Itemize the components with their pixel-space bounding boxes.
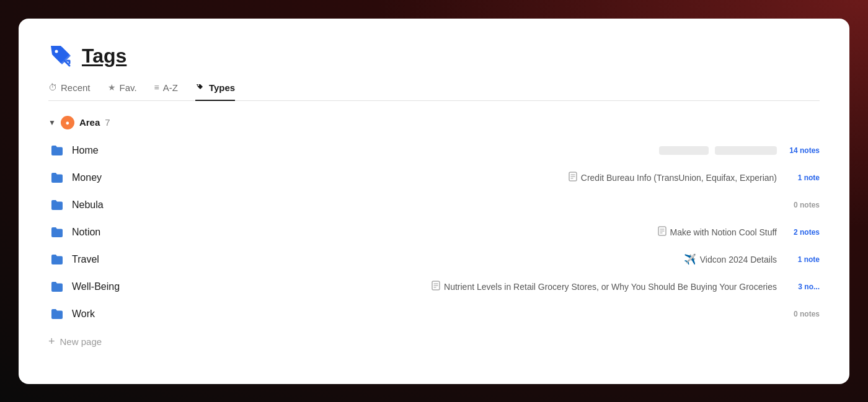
folder-icon [48, 305, 66, 323]
folder-icon [48, 142, 66, 159]
blurred-content [659, 146, 777, 155]
item-right: Make with Notion Cool Stuff 2 notes [658, 226, 820, 238]
note-text: Credit Bureau Info (TransUnion, Equifax,… [581, 173, 777, 183]
plus-icon: + [48, 335, 55, 348]
note-preview: Nutrient Levels in Retail Grocery Stores… [432, 281, 777, 292]
notes-badge: 14 notes [786, 146, 820, 155]
area-section-header: ▼ ● Area 7 [48, 116, 820, 129]
folder-icon [48, 278, 66, 295]
list-item[interactable]: Well-Being Nutrient Levels in Retail Gro… [48, 273, 820, 300]
item-right: 0 notes [786, 310, 820, 318]
tabs-bar: ⏱ Recent ★ Fav. ≡ A-Z Types [48, 82, 820, 101]
notes-badge: 3 no... [786, 282, 820, 291]
folder-icon [48, 169, 66, 186]
list-item[interactable]: Money Credit Bureau Info (TransUnion, Eq… [48, 164, 820, 191]
area-toggle-arrow[interactable]: ▼ [48, 118, 56, 127]
folder-icon [48, 251, 66, 268]
area-badge: ● [61, 116, 74, 129]
blur-block [715, 146, 777, 155]
notes-badge: 1 note [786, 255, 820, 264]
note-text: Nutrient Levels in Retail Grocery Stores… [444, 282, 777, 292]
notes-badge: 0 notes [786, 201, 820, 209]
folder-icon [48, 224, 66, 241]
list-item[interactable]: Travel ✈️ Vidcon 2024 Details 1 note [48, 246, 820, 273]
folder-icon [48, 196, 66, 214]
tab-recent[interactable]: ⏱ Recent [48, 82, 91, 100]
new-page-button[interactable]: + New page [48, 330, 820, 353]
blur-block [659, 146, 709, 155]
item-name: Notion [72, 227, 159, 238]
items-list: Home 14 notes Money [48, 137, 820, 328]
svg-point-1 [198, 84, 199, 85]
clock-icon: ⏱ [48, 82, 57, 92]
note-preview: Credit Bureau Info (TransUnion, Equifax,… [569, 172, 777, 183]
svg-point-0 [55, 50, 58, 53]
item-name: Well-Being [72, 281, 159, 292]
doc-icon [569, 172, 577, 183]
doc-icon [432, 281, 440, 292]
page-title: Tags [82, 45, 126, 68]
star-icon: ★ [108, 82, 116, 92]
item-right: 14 notes [659, 146, 820, 155]
item-name: Home [72, 145, 159, 156]
notes-badge: 1 note [786, 173, 820, 182]
types-icon [195, 82, 205, 94]
note-text: Make with Notion Cool Stuff [670, 227, 777, 237]
notes-badge: 0 notes [786, 310, 820, 318]
list-item[interactable]: Work 0 notes [48, 300, 820, 328]
note-text: Vidcon 2024 Details [700, 255, 777, 264]
item-name: Money [72, 172, 159, 183]
item-right: ✈️ Vidcon 2024 Details 1 note [684, 253, 820, 265]
list-item[interactable]: Home 14 notes [48, 137, 820, 164]
notes-badge: 2 notes [786, 228, 820, 237]
item-right: Nutrient Levels in Retail Grocery Stores… [432, 281, 820, 292]
main-window: Tags ⏱ Recent ★ Fav. ≡ A-Z Types ▼ [19, 19, 849, 384]
item-right: Credit Bureau Info (TransUnion, Equifax,… [569, 172, 820, 183]
note-preview: Make with Notion Cool Stuff [658, 226, 777, 238]
header: Tags [48, 43, 820, 69]
tab-az[interactable]: ≡ A-Z [154, 82, 178, 100]
list-icon: ≡ [154, 82, 159, 92]
item-right: 0 notes [786, 201, 820, 209]
item-name: Nebula [72, 199, 159, 211]
doc-icon [658, 226, 666, 238]
note-preview: ✈️ Vidcon 2024 Details [684, 253, 777, 265]
area-count: 7 [105, 117, 110, 128]
tab-types[interactable]: Types [195, 82, 235, 101]
list-item[interactable]: Notion Make with Notion Cool Stuff 2 not… [48, 219, 820, 246]
new-page-label: New page [60, 336, 102, 347]
item-name: Work [72, 308, 159, 320]
tag-icon [48, 43, 74, 69]
area-label: Area [79, 117, 100, 128]
tab-fav[interactable]: ★ Fav. [108, 82, 137, 100]
plane-icon: ✈️ [684, 253, 696, 265]
item-name: Travel [72, 254, 159, 265]
list-item[interactable]: Nebula 0 notes [48, 191, 820, 219]
